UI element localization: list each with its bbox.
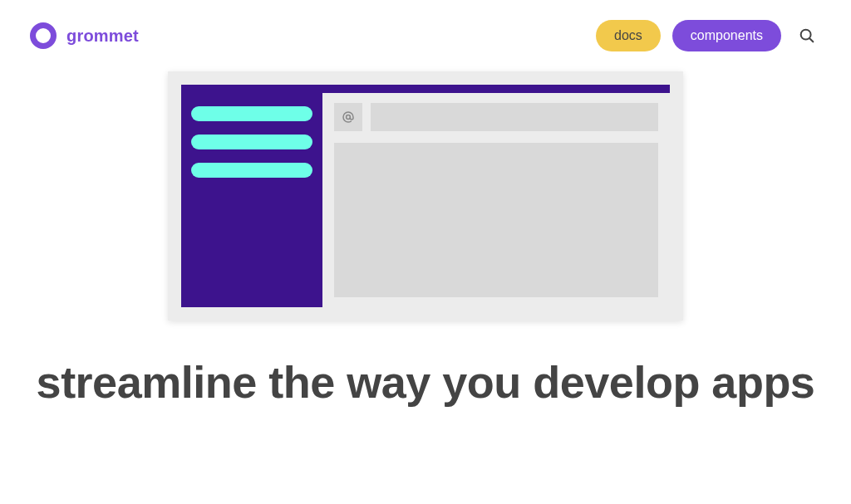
top-nav: docs components [596, 20, 821, 51]
mockup-input-placeholder [371, 103, 658, 131]
mockup-content-placeholder [334, 143, 658, 297]
brand-link[interactable]: grommet [30, 22, 139, 49]
hero-headline: streamline the way you develop apps [0, 357, 851, 407]
mockup-input-row [334, 103, 658, 131]
app-mockup-frame [168, 71, 683, 321]
grommet-logo-icon [30, 22, 57, 49]
mockup-nav-item [191, 163, 312, 178]
mockup-body [181, 93, 670, 307]
mockup-main [322, 93, 670, 307]
app-mockup-inner [181, 85, 670, 307]
components-button[interactable]: components [672, 20, 781, 51]
mockup-nav-item [191, 106, 312, 121]
at-icon [334, 103, 362, 131]
mockup-topbar [181, 85, 670, 93]
mockup-nav-item [191, 135, 312, 149]
mockup-sidebar [181, 93, 322, 307]
svg-line-1 [809, 38, 813, 42]
site-header: grommet docs components [0, 0, 851, 71]
hero-illustration-wrap [0, 71, 851, 321]
search-button[interactable] [793, 22, 821, 50]
brand-name: grommet [66, 27, 139, 46]
docs-button[interactable]: docs [596, 20, 661, 51]
search-icon [798, 27, 816, 45]
